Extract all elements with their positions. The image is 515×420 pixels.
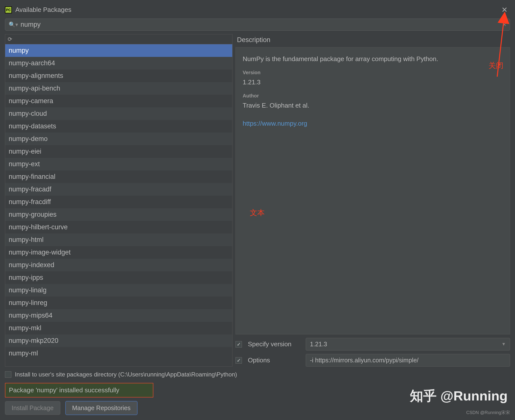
search-input[interactable]: [21, 21, 503, 28]
package-item[interactable]: numpy-indexed: [5, 259, 232, 271]
status-message: Package 'numpy' installed successfully: [5, 383, 153, 397]
package-item[interactable]: numpy-image-widget: [5, 246, 232, 259]
package-item[interactable]: numpy-financial: [5, 170, 232, 183]
package-link[interactable]: https://www.numpy.org: [243, 118, 503, 129]
package-item[interactable]: numpy-mkl: [5, 322, 232, 334]
install-options: ✓ Specify version 1.21.3 ▼ ✓ Options -i …: [235, 338, 510, 367]
pycharm-app-icon: PC: [5, 6, 12, 13]
options-label: Options: [248, 356, 300, 364]
specify-version-label: Specify version: [248, 340, 300, 348]
package-version: 1.21.3: [243, 77, 503, 88]
search-icon: 🔍▾: [9, 22, 18, 28]
package-item[interactable]: numpy-alignments: [5, 70, 232, 82]
package-list[interactable]: numpynumpy-aarch64numpy-alignmentsnumpy-…: [5, 44, 232, 366]
install-to-user-row: ✓ Install to user's site packages direct…: [5, 370, 510, 379]
package-item[interactable]: numpy-api-bench: [5, 82, 232, 95]
version-select-value: 1.21.3: [310, 341, 327, 348]
specify-version-row: ✓ Specify version 1.21.3 ▼: [235, 338, 510, 350]
clear-search-icon[interactable]: ×: [503, 21, 506, 28]
package-author: Travis E. Oliphant et al.: [243, 100, 503, 111]
options-input[interactable]: -i https://mirrors.aliyun.com/pypi/simpl…: [306, 354, 510, 367]
close-button[interactable]: ✕: [499, 4, 510, 15]
package-item[interactable]: numpy-mkp2020: [5, 334, 232, 347]
titlebar: PC Available Packages ✕: [5, 3, 510, 19]
install-package-button[interactable]: Install Package: [5, 401, 60, 415]
options-checkbox[interactable]: ✓: [235, 357, 242, 364]
package-item[interactable]: numpy-demo: [5, 133, 232, 145]
refresh-bar: ⟳: [5, 34, 232, 44]
description-header: Description: [235, 34, 510, 47]
watermark-zhihu: 知乎 @Running: [410, 387, 508, 405]
install-to-user-checkbox[interactable]: ✓: [5, 371, 11, 378]
available-packages-window: PC Available Packages ✕ 🔍▾ × ⟳ numpynump…: [0, 0, 515, 420]
package-item[interactable]: numpy-linreg: [5, 297, 232, 309]
chevron-down-icon: ▼: [501, 342, 506, 347]
manage-repositories-button[interactable]: Manage Repositories: [65, 401, 138, 415]
refresh-icon[interactable]: ⟳: [8, 36, 12, 43]
package-item[interactable]: numpy-linalg: [5, 284, 232, 297]
author-label: Author: [243, 92, 503, 100]
options-row: ✓ Options -i https://mirrors.aliyun.com/…: [235, 354, 510, 367]
package-item[interactable]: numpy-ipps: [5, 271, 232, 284]
description-body: NumPy is the fundamental package for arr…: [235, 47, 510, 334]
details-pane: Description NumPy is the fundamental pac…: [235, 34, 510, 367]
package-list-pane: ⟳ numpynumpy-aarch64numpy-alignmentsnump…: [5, 34, 233, 367]
window-title: Available Packages: [15, 6, 71, 14]
package-item[interactable]: numpy-fracadf: [5, 183, 232, 196]
package-item[interactable]: numpy-ext: [5, 158, 232, 170]
options-input-value: -i https://mirrors.aliyun.com/pypi/simpl…: [310, 357, 419, 364]
package-item[interactable]: numpy-groupies: [5, 208, 232, 221]
specify-version-checkbox[interactable]: ✓: [235, 341, 242, 348]
package-summary: NumPy is the fundamental package for arr…: [243, 53, 503, 64]
package-item[interactable]: numpy-aarch64: [5, 57, 232, 70]
install-to-user-label: Install to user's site packages director…: [15, 371, 237, 378]
package-item[interactable]: numpy-html: [5, 233, 232, 246]
main-split: ⟳ numpynumpy-aarch64numpy-alignmentsnump…: [5, 34, 510, 367]
watermark-csdn: CSDN @Running宋宋: [466, 410, 510, 416]
version-label: Version: [243, 68, 503, 77]
package-item[interactable]: numpy-hilbert-curve: [5, 221, 232, 233]
package-item[interactable]: numpy: [5, 44, 232, 57]
package-item[interactable]: numpy-mips64: [5, 309, 232, 322]
package-item[interactable]: numpy-fracdiff: [5, 196, 232, 208]
package-item[interactable]: numpy-cloud: [5, 107, 232, 120]
package-item[interactable]: numpy-eiei: [5, 145, 232, 158]
package-item[interactable]: numpy-ml: [5, 347, 232, 360]
search-field[interactable]: 🔍▾ ×: [5, 19, 510, 31]
package-item[interactable]: numpy-datasets: [5, 120, 232, 133]
version-select[interactable]: 1.21.3 ▼: [306, 338, 510, 350]
package-item[interactable]: numpy-camera: [5, 95, 232, 107]
